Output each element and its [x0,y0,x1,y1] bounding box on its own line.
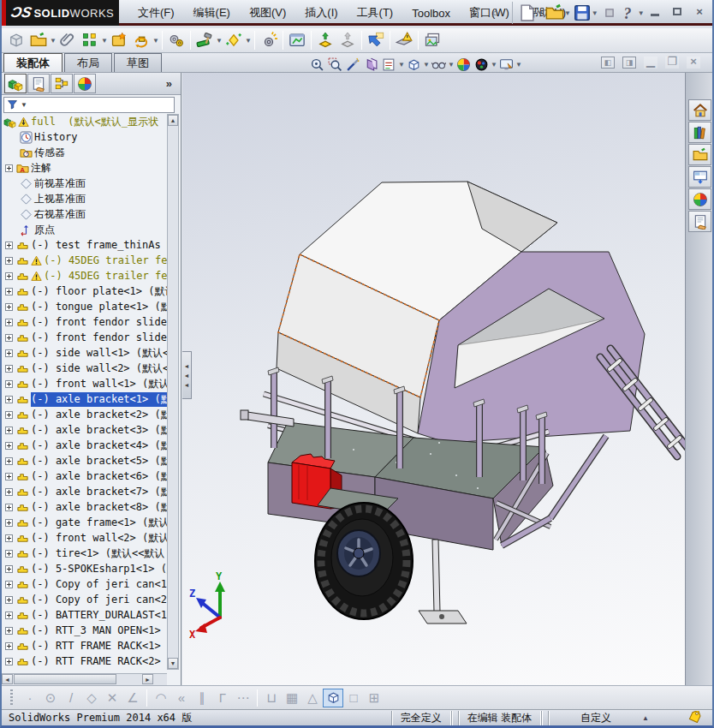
tree-row[interactable]: (-) axle bracket<4> (默 [2,438,167,453]
split-pane-right-icon[interactable]: ◨ [622,57,636,69]
open-document-icon[interactable] [545,3,564,22]
tree-row[interactable]: full (默认<默认_显示状 [2,114,167,129]
sketch-polygon-icon[interactable]: ◇ [81,689,102,707]
tree-row[interactable]: 注解 [2,160,167,176]
propertymanager-tab[interactable] [27,74,50,93]
expand-plus-icon[interactable] [5,334,13,342]
expand-plus-icon[interactable] [5,488,13,496]
sketch-construction-icon[interactable]: ⋯ [233,689,253,707]
tree-row[interactable]: (-) tongue plate<1> (默 [2,299,167,314]
expand-plus-icon[interactable] [5,365,13,373]
expand-plus-icon[interactable] [5,457,13,465]
explode-line-sketch-icon[interactable] [337,30,358,51]
shaded-view-icon[interactable] [323,689,343,707]
expand-plus-icon[interactable] [5,596,13,604]
taskpane-file-explorer-icon[interactable] [688,144,711,165]
scroll-left-icon[interactable]: ◄ [2,674,13,684]
expand-plus-icon[interactable] [5,272,13,280]
expand-plus-icon[interactable] [5,242,13,249]
tree-row[interactable]: (-) BATTERY_DURALAST<1> [2,607,167,623]
tree-row[interactable]: (-) axle bracket<5> (默 [2,453,167,468]
assembly-features-icon[interactable] [166,30,187,51]
sketch-circle-icon[interactable]: ⊙ [40,689,61,707]
tree-row[interactable]: 前视基准面 [2,176,167,191]
tree-row[interactable]: 传感器 [2,145,167,160]
menu-Toolbox[interactable]: Toolbox [402,0,460,26]
menu-工具T[interactable]: 工具(T) [348,0,403,26]
tree-row[interactable]: (-) front wall<2> (默认 [2,530,167,546]
tree-row[interactable]: (-) 45DEG trailer fe [2,253,167,268]
tree-row[interactable]: 右视基准面 [2,206,167,222]
caret-down-icon[interactable]: ▼ [152,37,159,45]
large-assembly-mode-icon[interactable] [394,30,414,51]
expand-plus-icon[interactable] [5,257,13,265]
view-settings-icon[interactable] [497,56,515,74]
taskpane-appearances-scenes-icon[interactable] [688,188,711,210]
sketch-parallel-icon[interactable]: ∥ [192,689,212,707]
tree-horizontal-scrollbar[interactable]: ◄ ► [2,673,167,685]
tab-草图[interactable]: 草图 [114,53,162,72]
expand-plus-icon[interactable] [5,411,13,419]
configurationmanager-tab[interactable] [51,74,73,93]
previous-view-icon[interactable] [344,56,362,74]
tab-布局[interactable]: 布局 [64,53,112,72]
tree-row[interactable]: 原点 [2,222,167,237]
sketch-corner-icon[interactable]: Γ [212,689,233,707]
panel-expand-icon[interactable]: » [166,77,172,90]
caret-down-icon[interactable]: ▼ [537,9,544,17]
new-document-icon[interactable] [518,3,537,22]
menu-编辑E[interactable]: 编辑(E) [184,0,240,26]
make-block-icon[interactable]: △ [302,689,323,707]
expand-plus-icon[interactable] [5,534,13,542]
displaymanager-tab[interactable] [74,74,96,93]
tree-row[interactable]: (-) RTT FRAME RACK<1> ( [2,638,167,653]
single-view-icon[interactable]: □ [343,689,364,707]
tree-row[interactable]: (-) side wall<1> (默认< [2,345,167,361]
expand-plus-icon[interactable] [5,473,13,480]
featuremanager-tree-tab[interactable] [4,74,27,93]
expand-plus-icon[interactable] [5,658,13,665]
expand-plus-icon[interactable] [5,550,13,558]
caret-down-icon[interactable]: ▼ [448,61,455,69]
sketch-line-icon[interactable]: / [61,689,81,707]
expand-plus-icon[interactable] [5,519,13,527]
reference-geometry-icon[interactable] [194,30,215,51]
tree-row[interactable]: (-) RTT FRAME RACK<2> ( [2,653,167,669]
tree-row[interactable]: (-) floor plate<1> (默认 [2,283,167,299]
sketch-trim-icon[interactable]: ✕ [102,689,122,707]
tree-row[interactable]: (-) axle bracket<2> (默 [2,407,167,422]
tab-装配体[interactable]: 装配体 [3,53,62,72]
help-icon[interactable] [619,3,638,22]
filter-caret-icon[interactable]: ▼ [21,101,27,109]
interference-detection-icon[interactable] [366,30,386,51]
sketch-tools-icon[interactable] [223,30,244,51]
model-3d-trailer[interactable] [182,73,688,685]
tree-filter-input[interactable]: ▼ [3,97,175,113]
expand-plus-icon[interactable] [5,581,13,588]
expand-plus-icon[interactable] [5,627,13,635]
display-style-icon[interactable] [405,56,423,74]
tree-row[interactable]: (-) RTT_3 MAN OPEN<1> ( [2,623,167,638]
tree-row[interactable]: (-) Copy of jeri can<2> [2,592,167,607]
expand-plus-icon[interactable] [5,504,13,511]
caret-down-icon[interactable]: ▼ [50,37,57,45]
grid-snap-icon[interactable]: ▦ [282,689,302,707]
search-icon[interactable]: ⌕ [485,3,506,22]
tree-row[interactable]: (-) tire<1> (默认<<默认 [2,546,167,561]
expand-plus-icon[interactable] [5,565,13,573]
tree-row[interactable]: (-) axle bracket<6> (默 [2,468,167,484]
sketch-offset-icon[interactable]: « [171,689,192,707]
menu-文件F[interactable]: 文件(F) [128,0,184,26]
expand-plus-icon[interactable] [5,442,13,450]
expand-plus-icon[interactable] [5,164,13,172]
tree-row[interactable]: (-) front wall<1> (默认 [2,376,167,391]
expand-plus-icon[interactable] [5,303,13,311]
caret-down-icon[interactable]: ▼ [638,9,645,17]
menu-插入I[interactable]: 插入(I) [295,0,347,26]
panel-splitter-handle[interactable]: ◄◄◄ [182,351,192,399]
hide-show-items-icon[interactable] [430,56,448,74]
tree-row[interactable]: (-) axle bracket<8> (默 [2,499,167,515]
caret-down-icon[interactable]: ▼ [245,37,252,45]
insert-components-icon[interactable] [6,30,27,51]
tree-row[interactable]: (-) front fendor slide< [2,314,167,330]
